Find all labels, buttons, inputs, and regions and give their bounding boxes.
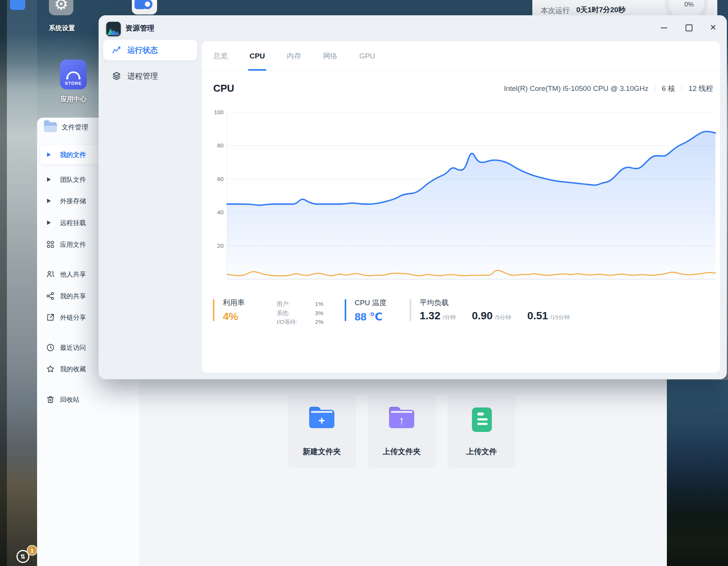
load-5min-unit: /5分钟 [495,314,511,321]
share-nodes-icon [46,291,55,301]
desktop-folder-icon[interactable] [10,0,25,10]
utilization-label: 利用率 [223,298,245,308]
upload-file-card[interactable]: 上传文件 [448,395,516,468]
folder-upload-icon: ↑ [389,410,414,428]
transfer-arrows-icon: ⇅ [20,553,25,560]
app-store-icon[interactable]: STORE [60,60,87,89]
svg-text:60: 60 [217,176,224,182]
window-controls: ✕ [660,22,717,33]
screenshot-app-icon[interactable] [132,0,157,15]
divider [682,85,682,92]
chevron-right-icon [47,177,51,182]
wallpaper-bottom-right [667,380,728,566]
utilization-breakdown: 用户:1% 系统:3% I/O等待:2% [277,299,323,327]
folder-plus-icon: + [309,410,334,428]
user-label: 用户: [277,299,290,309]
trash-icon [46,395,55,404]
maximize-button[interactable] [685,24,692,31]
new-folder-label: 新建文件夹 [288,446,356,457]
folder-icon [44,122,57,132]
chevron-right-icon [47,199,51,203]
app-store-label: 应用中心 [54,95,93,103]
nav-item-process-management[interactable]: 进程管理 [103,66,197,86]
camera-lens-icon [143,0,152,9]
tab-overview[interactable]: 总览 [213,41,228,71]
system-value: 3% [315,309,323,318]
minimize-button[interactable] [660,24,668,31]
load-1min-unit: /分钟 [443,314,456,321]
system-settings-app-icon[interactable]: ⚙ [49,0,73,15]
svg-text:40: 40 [217,209,224,215]
tab-network[interactable]: 网络 [323,41,337,71]
file-manager-title: 文件管理 [62,123,88,132]
cpu-model: Intel(R) Core(TM) i5-10500 CPU @ 3.10GHz [504,84,648,93]
svg-text:100: 100 [214,109,224,115]
load-1min-value: 1.32 [420,310,441,322]
upload-folder-label: 上传文件夹 [368,446,436,457]
tab-gpu[interactable]: GPU [359,41,375,71]
system-settings-label: 系统设置 [42,24,82,32]
file-upload-icon [472,408,492,432]
file-manager-header: 文件管理 [44,122,88,132]
load-accent-bar [410,299,411,321]
nav-item-running-status[interactable]: 运行状态 [103,40,197,60]
clock-icon [46,343,55,352]
transfer-count-badge: 1 [27,545,37,556]
store-badge-text: STORE [65,81,82,86]
uptime-label: 本次运行 [541,6,570,16]
resource-manager-content-card: 总览 CPU 内存 网络 GPU CPU Intel(R) Core(TM) i… [202,41,720,373]
load-5min-value: 0.90 [472,310,493,322]
cpu-header-row: CPU Intel(R) Core(TM) i5-10500 CPU @ 3.1… [213,82,713,94]
load-15min-value: 0.51 [527,310,548,322]
load-average-stat: 平均负载 1.32/分钟 0.90/5分钟 0.51/15分钟 [410,298,570,322]
resource-manager-nav: 运行状态 进程管理 [99,40,202,86]
wallpaper-glass-strip [7,0,37,566]
sidebar-item-recycle-bin[interactable]: 回收站 [40,392,136,407]
svg-text:80: 80 [217,142,224,149]
line-chart-icon [112,45,122,55]
svg-text:20: 20 [217,243,224,249]
new-folder-card[interactable]: + 新建文件夹 [288,395,356,468]
wallpaper-edge-strip [0,0,7,566]
io-wait-value: 2% [315,317,323,327]
layers-icon [112,71,122,81]
gear-icon: ⚙ [54,0,68,12]
window-title: 资源管理 [125,23,154,33]
temperature-stat: CPU 温度 88 ℃ [345,298,386,323]
star-icon [46,364,55,374]
temperature-accent-bar [345,299,346,321]
apps-grid-icon [46,240,55,249]
utilization-value: 4% [223,310,245,323]
cpu-stats-row: 利用率 4% 用户:1% 系统:3% I/O等待:2% CPU 温度 88 ℃ [202,296,720,335]
user-value: 1% [315,299,323,309]
divider [655,85,655,92]
resource-manager-titlebar[interactable]: 资源管理 ✕ [99,15,727,40]
chevron-right-icon [47,152,51,157]
chevron-right-icon [47,220,51,225]
cpu-section-title: CPU [213,82,234,94]
people-icon [46,270,55,279]
monitor-tabs: 总览 CPU 内存 网络 GPU [202,41,720,71]
tab-memory[interactable]: 内存 [287,41,301,71]
utilization-stat: 利用率 4% [213,298,245,323]
io-wait-label: I/O等待: [277,317,297,327]
load-15min-unit: /15分钟 [550,314,570,321]
temperature-label: CPU 温度 [355,298,386,308]
load-average-label: 平均负载 [420,298,570,308]
usage-gauge-value: 0% [678,1,700,8]
cpu-info: Intel(R) Core(TM) i5-10500 CPU @ 3.10GHz… [504,84,713,94]
tab-cpu[interactable]: CPU [250,41,265,71]
close-button[interactable]: ✕ [709,24,717,31]
cpu-cores: 6 核 [662,84,675,94]
utilization-accent-bar [213,299,214,321]
upload-file-label: 上传文件 [448,446,516,457]
cpu-threads: 12 线程 [689,84,713,94]
uptime-value: 0天1时7分20秒 [576,5,626,15]
temperature-value: 88 ℃ [355,310,386,323]
resource-manager-window: 资源管理 ✕ 运行状态 进程管理 总览 CPU 内存 网络 GPU CPU In… [99,15,727,379]
shopping-bag-icon [66,71,80,79]
system-label: 系统: [277,309,290,318]
resource-manager-app-icon [106,22,121,36]
upload-folder-card[interactable]: ↑ 上传文件夹 [368,395,436,468]
file-actions-row: + 新建文件夹 ↑ 上传文件夹 上传文件 [288,395,516,468]
